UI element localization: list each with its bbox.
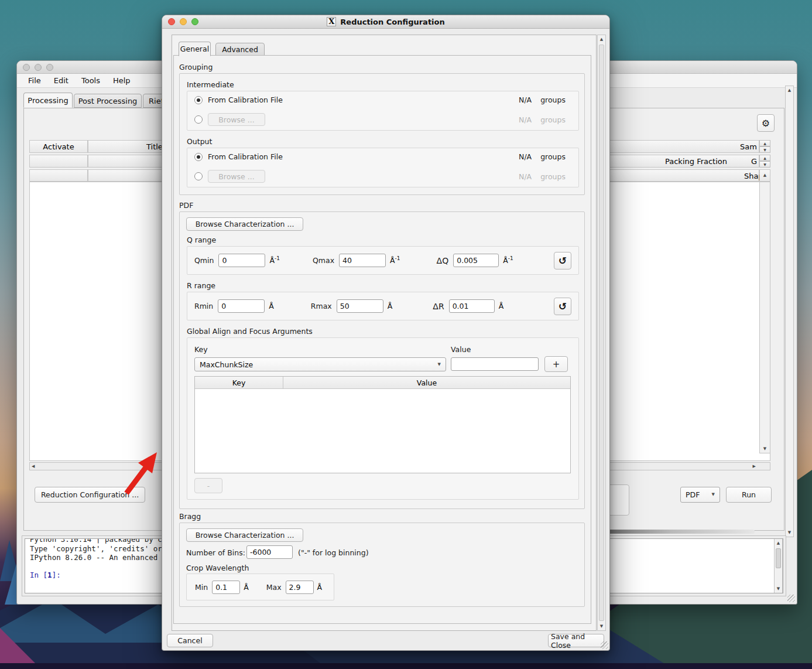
r-range-reset-button[interactable]: ↺ — [554, 298, 571, 315]
output-type-dropdown[interactable]: PDF ▼ — [680, 487, 720, 503]
reduction-configuration-button[interactable]: Reduction Configuration ... — [35, 487, 145, 503]
right-arrow-icon[interactable]: ▶ — [753, 465, 756, 469]
spin-down-icon[interactable]: ▼ — [759, 146, 770, 153]
menu-file[interactable]: File — [23, 75, 46, 86]
arguments-table[interactable]: Key Value — [194, 376, 571, 473]
intermediate-box: From Calibration File N/A groups Browse … — [187, 91, 579, 131]
console-vscrollbar[interactable]: ▲ ▼ — [774, 539, 783, 593]
scrollbar-thumb[interactable] — [776, 548, 781, 568]
value-input[interactable] — [451, 357, 539, 371]
dialog-title: Reduction Configuration — [340, 18, 444, 26]
value-label: Value — [451, 345, 471, 354]
window-vscrollbar[interactable]: ▲ ▼ — [785, 86, 794, 537]
table-header-key[interactable]: Key — [195, 377, 283, 389]
menu-help[interactable]: Help — [108, 75, 136, 86]
up-arrow-icon[interactable]: ▲ — [600, 37, 603, 42]
down-arrow-icon[interactable]: ▼ — [600, 624, 603, 629]
spin-up-icon[interactable]: ▲ — [759, 140, 770, 146]
reduction-configuration-dialog: X Reduction Configuration ▲ ▼ General Ad… — [162, 15, 610, 651]
menu-tools[interactable]: Tools — [76, 75, 105, 86]
zoom-button[interactable] — [46, 64, 53, 71]
remove-argument-button[interactable]: - — [194, 478, 222, 493]
x11-icon: X — [327, 17, 336, 26]
dialog-vscrollbar[interactable]: ▲ ▼ — [597, 35, 606, 631]
minimize-button[interactable] — [35, 64, 42, 71]
save-and-close-button[interactable]: Save and Close — [548, 634, 604, 647]
from-calibration-radio[interactable] — [194, 96, 203, 104]
column-header-activate[interactable]: Activate — [29, 140, 88, 153]
q-range-label: Q range — [187, 235, 216, 244]
bragg-section-label: Bragg — [179, 512, 201, 521]
bragg-browse-characterization-button[interactable]: Browse Characterization ... — [186, 528, 303, 542]
crop-wavelength-box: Min Å Max Å — [186, 574, 334, 600]
table-scroll-up[interactable]: ▲ — [759, 169, 770, 182]
table-header-value[interactable]: Value — [283, 377, 570, 389]
down-arrow-icon[interactable]: ▼ — [788, 531, 791, 535]
q-range-box: Qmin Å-1 Qmax Å-1 ΔQ Å-1 ↺ — [187, 246, 579, 275]
key-dropdown[interactable]: MaxChunkSize ▼ — [194, 357, 446, 371]
close-button[interactable] — [168, 18, 175, 25]
browse-radio[interactable] — [194, 172, 203, 180]
from-calibration-radio[interactable] — [194, 153, 203, 161]
up-arrow-icon[interactable]: ▲ — [788, 88, 791, 93]
key-label: Key — [194, 345, 208, 354]
left-arrow-icon[interactable]: ◀ — [32, 465, 35, 469]
q-range-reset-button[interactable]: ↺ — [554, 252, 571, 269]
scrollbar-thumb[interactable] — [599, 45, 604, 621]
number-of-bins-label: Number of Bins: — [186, 548, 245, 557]
r-range-box: Rmin Å Rmax Å ΔR Å ↺ — [187, 292, 579, 320]
add-argument-button[interactable]: + — [544, 356, 568, 372]
zoom-button[interactable] — [191, 18, 198, 25]
r-range-label: R range — [187, 281, 215, 290]
bins-note: ("-" for log binning) — [298, 548, 369, 557]
rmin-input[interactable] — [218, 299, 265, 313]
table-vscrollbar[interactable]: ▼ — [759, 182, 770, 453]
resize-grip[interactable] — [601, 641, 608, 649]
window-controls — [168, 18, 198, 25]
qmax-input[interactable] — [339, 254, 386, 267]
qmin-input[interactable] — [218, 254, 265, 267]
run-button[interactable]: Run — [726, 487, 772, 503]
gear-icon: ⚙ — [762, 118, 770, 129]
down-arrow-icon[interactable]: ▼ — [763, 447, 766, 451]
browse-characterization-button[interactable]: Browse Characterization ... — [186, 217, 303, 231]
progress-strip — [602, 530, 755, 534]
header-cell-empty — [29, 169, 88, 182]
menu-edit[interactable]: Edit — [49, 75, 74, 86]
spin-up-icon[interactable]: ▲ — [759, 155, 770, 161]
minimize-button[interactable] — [180, 18, 187, 25]
gafa-label: Global Align and Focus Arguments — [187, 327, 313, 336]
grouping-section-label: Grouping — [179, 63, 213, 71]
resize-grip[interactable] — [787, 595, 795, 602]
dialog-titlebar[interactable]: X Reduction Configuration — [162, 15, 609, 29]
close-button[interactable] — [23, 64, 30, 71]
tab-post-processing[interactable]: Post Processing — [74, 94, 142, 108]
delta-q-input[interactable] — [453, 254, 499, 267]
browse-button[interactable]: Browse ... — [208, 113, 265, 126]
browse-button[interactable]: Browse ... — [208, 170, 265, 183]
number-of-bins-input[interactable] — [246, 545, 293, 559]
sample-spinbox[interactable]: ▲ ▼ — [759, 140, 770, 153]
geometry-spinbox[interactable]: ▲ ▼ — [759, 155, 770, 168]
output-label: Output — [187, 137, 212, 146]
rmax-input[interactable] — [337, 299, 383, 313]
tab-general[interactable]: General — [179, 42, 211, 56]
output-box: From Calibration File N/A groups Browse … — [187, 148, 579, 187]
reset-icon: ↺ — [559, 255, 567, 267]
browse-radio[interactable] — [194, 115, 203, 124]
crop-min-input[interactable] — [212, 581, 240, 594]
window-controls — [23, 64, 53, 71]
spin-down-icon[interactable]: ▼ — [759, 161, 770, 168]
settings-button[interactable]: ⚙ — [757, 114, 775, 132]
cancel-button[interactable]: Cancel — [167, 634, 213, 647]
tab-processing[interactable]: Processing — [23, 93, 73, 108]
crop-wavelength-label: Crop Wavelength — [186, 564, 249, 572]
delta-r-input[interactable] — [449, 299, 495, 313]
down-arrow-icon[interactable]: ▼ — [777, 587, 780, 591]
up-arrow-icon: ▲ — [763, 173, 766, 178]
up-arrow-icon[interactable]: ▲ — [777, 541, 780, 545]
chevron-down-icon: ▼ — [438, 363, 441, 367]
gafa-box: Key Value MaxChunkSize ▼ + Key Value - — [187, 337, 579, 500]
tab-advanced[interactable]: Advanced — [215, 43, 265, 56]
crop-max-input[interactable] — [286, 581, 314, 594]
